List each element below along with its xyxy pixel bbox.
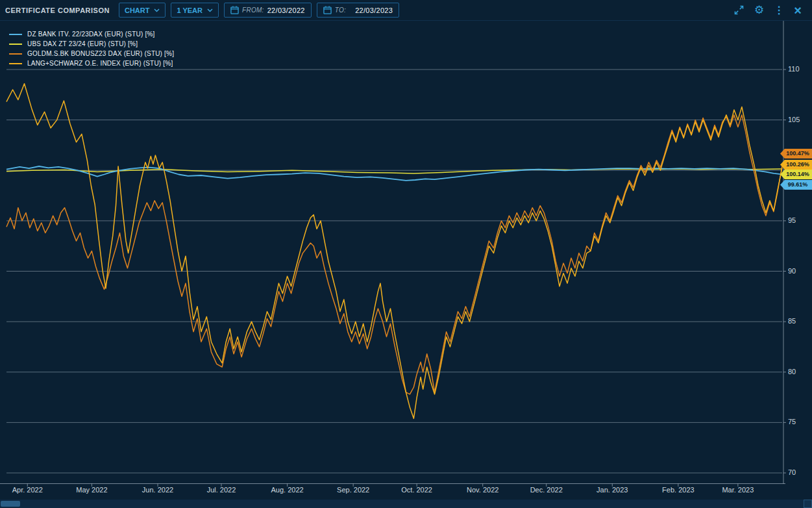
chart-legend: DZ BANK ITV. 22/23DAX (EUR) (STU) [%] UB… xyxy=(9,31,174,70)
scrollbar-corner xyxy=(804,500,812,508)
y-tick-label: 105 xyxy=(788,116,800,123)
legend-item-ubs[interactable]: UBS DAX ZT 23/24 (EUR) (STU) [%] xyxy=(9,40,174,47)
series-color-swatch xyxy=(9,53,22,55)
chevron-down-icon xyxy=(154,8,160,12)
certificate-comparison-panel: CERTIFICATE COMPARISON CHART 1 YEAR FROM… xyxy=(0,0,812,508)
x-tick-label: May 2022 xyxy=(68,486,115,494)
horizontal-scrollbar-thumb[interactable] xyxy=(1,501,20,507)
series-color-swatch xyxy=(9,63,22,64)
toolbar: CERTIFICATE COMPARISON CHART 1 YEAR FROM… xyxy=(0,0,812,21)
y-tick-label: 80 xyxy=(788,368,796,375)
expand-icon[interactable] xyxy=(733,5,744,16)
time-range-dropdown-label: 1 YEAR xyxy=(177,6,203,14)
to-label: TO: xyxy=(335,6,346,14)
x-tick-label: Feb. 2023 xyxy=(655,486,702,494)
x-tick-label: Sep. 2022 xyxy=(330,486,376,494)
y-tick-label: 110 xyxy=(788,65,800,73)
toolbar-actions: ⚙ ⋮ × xyxy=(733,4,807,17)
x-tick-label: Dec. 2022 xyxy=(523,486,570,494)
horizontal-scrollbar[interactable] xyxy=(0,500,804,508)
legend-item-lang-schwarz[interactable]: LANG+SCHWARZ O.E. INDEX (EUR) (STU) [%] xyxy=(9,60,174,67)
y-tick-label: 95 xyxy=(788,216,796,224)
calendar-icon xyxy=(323,6,332,14)
last-price-tag-goldman: 100.47% xyxy=(780,149,812,159)
from-date-value: 22/03/2022 xyxy=(267,6,305,14)
series-line xyxy=(6,115,782,394)
time-range-dropdown[interactable]: 1 YEAR xyxy=(171,3,219,18)
series-color-swatch xyxy=(9,34,22,35)
plot-area[interactable] xyxy=(0,21,812,489)
to-date-value: 22/03/2023 xyxy=(355,6,393,14)
x-tick-label: Jul. 2022 xyxy=(198,486,245,494)
x-tick-label: Mar. 2023 xyxy=(715,486,761,494)
last-price-tag-ubs: 100.14% xyxy=(780,170,812,179)
from-label: FROM: xyxy=(242,6,264,14)
from-date-picker[interactable]: FROM: 22/03/2022 xyxy=(224,3,312,18)
x-tick-label: Nov. 2022 xyxy=(460,486,506,494)
x-tick-label: Aug. 2022 xyxy=(264,486,311,494)
chevron-down-icon xyxy=(207,8,213,12)
last-price-tag-dz-bank: 99.61% xyxy=(780,180,812,190)
close-icon[interactable]: × xyxy=(794,4,802,17)
to-date-picker[interactable]: TO: 22/03/2023 xyxy=(317,3,399,18)
legend-item-goldman[interactable]: GOLDM.S.BK BONUSZ23 DAX (EUR) (STU) [%] xyxy=(9,50,174,57)
series-color-swatch xyxy=(9,44,22,45)
y-tick-label: 90 xyxy=(788,267,796,275)
x-tick-label: Jan. 2023 xyxy=(589,486,635,494)
legend-item-dz-bank[interactable]: DZ BANK ITV. 22/23DAX (EUR) (STU) [%] xyxy=(9,31,174,38)
x-tick-label: Apr. 2022 xyxy=(4,486,51,494)
chart-type-dropdown[interactable]: CHART xyxy=(119,3,166,18)
last-price-tag-lang-schwarz: 100.26% xyxy=(780,160,812,170)
y-tick-label: 75 xyxy=(788,418,796,425)
y-tick-label: 85 xyxy=(788,317,796,325)
x-tick-label: Jun. 2022 xyxy=(134,486,181,494)
calendar-icon xyxy=(230,6,239,14)
chart-type-dropdown-label: CHART xyxy=(125,6,150,14)
panel-title: CERTIFICATE COMPARISON xyxy=(5,6,110,14)
y-tick-label: 70 xyxy=(788,468,796,476)
x-tick-label: Oct. 2022 xyxy=(393,486,440,494)
gear-icon[interactable]: ⚙ xyxy=(754,5,764,16)
kebab-menu-icon[interactable]: ⋮ xyxy=(774,5,784,16)
